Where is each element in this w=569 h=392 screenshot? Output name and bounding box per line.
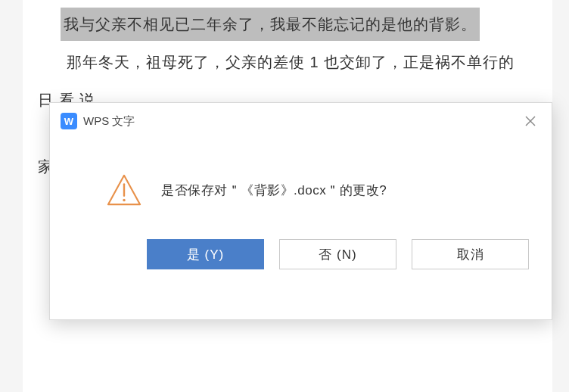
yes-button[interactable]: 是 (Y) — [147, 239, 264, 269]
close-icon — [524, 115, 536, 127]
document-text-line: 那年冬天，祖母死了，父亲的差使 1 也交卸了，正是祸不单行的 — [38, 45, 530, 79]
save-dialog: W WPS 文字 是否保存对＂《背影》.docx＂的更改? 是 (Y) 否 (N… — [49, 102, 552, 320]
dialog-message: 是否保存对＂《背影》.docx＂的更改? — [161, 182, 387, 199]
svg-point-4 — [123, 199, 125, 201]
dialog-footer: 是 (Y) 否 (N) 取消 — [50, 230, 552, 289]
dialog-title: WPS 文字 — [83, 114, 135, 129]
no-button[interactable]: 否 (N) — [279, 239, 396, 269]
dialog-header: W WPS 文字 — [50, 103, 552, 138]
cancel-button[interactable]: 取消 — [412, 239, 529, 269]
dialog-body: 是否保存对＂《背影》.docx＂的更改? — [50, 138, 552, 230]
close-button[interactable] — [520, 110, 541, 132]
warning-icon — [107, 173, 141, 207]
selected-text-line: 我与父亲不相见已二年余了，我最不能忘记的是他的背影。 — [61, 8, 480, 41]
wps-logo-icon: W — [61, 113, 77, 129]
